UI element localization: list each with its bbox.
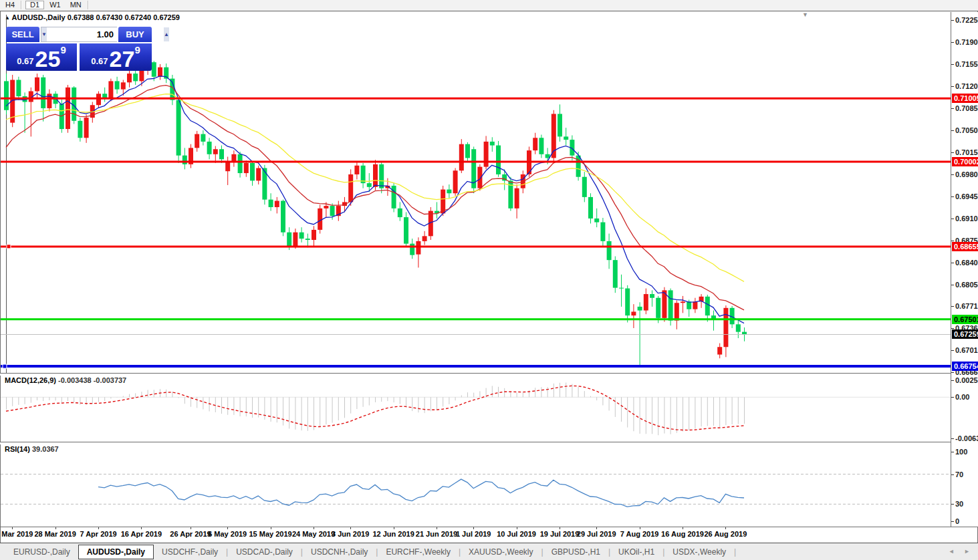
candle	[465, 142, 470, 162]
candle	[564, 128, 568, 145]
candle-body	[717, 347, 722, 354]
tick-dash	[951, 452, 954, 452]
candle-body	[613, 260, 618, 287]
timeframe-button-mn[interactable]: MN	[66, 1, 86, 9]
candle-body	[533, 138, 537, 150]
candle	[490, 137, 495, 152]
tab-scroll-right-icon[interactable]: ►	[964, 548, 974, 555]
rsi-axis-tick: 100	[951, 447, 967, 456]
chart-tab-eurchf[interactable]: EURCHF-,Weekly	[378, 545, 458, 559]
candle-body	[392, 186, 396, 208]
candle-body	[176, 100, 181, 156]
candle	[29, 88, 33, 137]
timeframe-button-w1[interactable]: W1	[45, 1, 65, 9]
level-price-label: 0.71005	[952, 94, 978, 103]
sell-button[interactable]: SELL	[6, 27, 39, 42]
price-tick: 0.70850	[951, 104, 978, 113]
tab-separator: |	[734, 547, 736, 557]
candle-body	[231, 154, 236, 162]
candle-body	[219, 149, 224, 159]
timeframe-button-h4[interactable]: H4	[1, 1, 19, 9]
rsi-pane[interactable]: RSI(14) 39.0367	[1, 444, 951, 527]
tick-dash	[951, 64, 954, 65]
candle-body	[121, 82, 126, 89]
tick-dash	[951, 108, 954, 109]
volume-decrease-icon[interactable]: ▼	[41, 27, 47, 41]
chart-tab-eurusd[interactable]: EURUSD-,Daily	[5, 545, 78, 559]
price-axis[interactable]: 0.722500.719000.715500.712000.708500.705…	[951, 12, 978, 527]
rsi-value: 39.0367	[32, 445, 59, 453]
candle-body	[182, 156, 187, 164]
level-price-label: 0.66754	[952, 362, 978, 371]
sell-price-prefix: 0.67	[17, 56, 33, 66]
candle-body	[631, 311, 636, 315]
candle-body	[398, 208, 402, 217]
date-tick	[560, 527, 560, 529]
date-tick	[271, 527, 271, 529]
candle	[47, 90, 51, 112]
sell-price-display[interactable]: 0.67 25 9	[6, 43, 77, 71]
price-tick: 0.69450	[951, 192, 978, 201]
candle	[711, 311, 716, 331]
candle	[539, 135, 543, 158]
chart-tab-usdcnh[interactable]: USDCNH-,Daily	[303, 545, 376, 559]
buy-button[interactable]: BUY	[118, 27, 152, 42]
ma-fast-line	[6, 76, 744, 323]
candle	[723, 305, 728, 357]
tick-dash	[951, 219, 954, 219]
tick-dash	[951, 130, 954, 131]
chart-tab-xauusd[interactable]: XAUUSD-,Weekly	[461, 545, 541, 559]
tick-dash	[951, 152, 954, 153]
chart-tab-audusd[interactable]: AUDUSD-,Daily	[78, 545, 154, 559]
date-label: 19 Jul 2019	[540, 530, 580, 538]
price-chart-pane[interactable]: ▲ AUDUSD-,Daily 0.67388 0.67430 0.67240 …	[1, 12, 951, 373]
price-tick: 0.68400	[951, 258, 978, 267]
candle	[164, 63, 168, 83]
date-axis[interactable]: 19 Mar 201928 Mar 20197 Apr 201916 Apr 2…	[1, 527, 977, 543]
chart-tab-ukoil[interactable]: UKOil-,H1	[610, 545, 662, 559]
candle-body	[318, 208, 322, 230]
candle-body	[607, 241, 612, 260]
chart-tab-usdx[interactable]: USDX-,Weekly	[664, 545, 734, 559]
tab-scroll-left-icon[interactable]: ◄	[949, 548, 959, 555]
buy-price-display[interactable]: 0.67 27 9	[80, 43, 152, 71]
candle	[207, 138, 212, 159]
sell-price-pip: 9	[60, 44, 66, 55]
date-label: 19 Mar 2019	[0, 530, 33, 538]
current-price-label: 0.67259	[952, 329, 978, 339]
macd-chart[interactable]	[1, 375, 951, 442]
candle	[4, 74, 9, 114]
toolbar-separator	[88, 1, 89, 9]
tick-dash	[951, 372, 954, 373]
rsi-chart[interactable]	[1, 444, 951, 527]
level-handle[interactable]	[7, 245, 11, 249]
date-tick	[596, 527, 597, 529]
candle	[594, 208, 599, 227]
chart-tab-gbpusd[interactable]: GBPUSD-,H1	[543, 545, 608, 559]
chart-tab-usdchf[interactable]: USDCHF-,Daily	[154, 545, 226, 559]
macd-axis-tick: 0.002574	[951, 376, 978, 385]
candle-body	[269, 200, 273, 207]
candle	[158, 64, 162, 80]
candle	[275, 197, 279, 214]
level-handle[interactable]	[3, 364, 7, 368]
price-tick: 0.68050	[951, 280, 978, 289]
candle-body	[312, 230, 316, 240]
chart-tab-usdcad[interactable]: USDCAD-,Daily	[228, 545, 301, 559]
date-tick	[191, 527, 191, 529]
tick-dash	[951, 380, 954, 381]
macd-pane[interactable]: MACD(12,26,9) -0.003438 -0.003737	[1, 375, 951, 442]
volume-increase-icon[interactable]: ▲	[164, 27, 169, 41]
timeframe-button-d1[interactable]: D1	[25, 1, 44, 9]
date-tick	[517, 527, 517, 529]
candle-body	[139, 69, 144, 81]
price-tick: 0.71550	[951, 59, 978, 69]
date-tick	[640, 527, 640, 529]
candle-body	[484, 142, 489, 167]
buy-price-pip: 9	[134, 44, 140, 55]
macd-axis-tick: -0.006326	[951, 434, 978, 443]
date-tick	[227, 527, 228, 529]
candle-body	[668, 290, 673, 320]
candle-body	[600, 223, 605, 241]
candle-body	[361, 166, 366, 183]
